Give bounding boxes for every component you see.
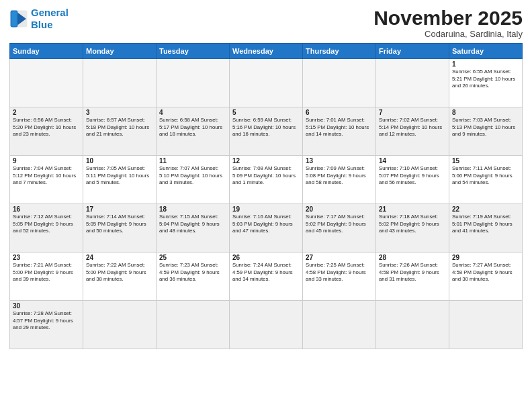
calendar-cell: 14Sunrise: 7:10 AM Sunset: 5:07 PM Dayli… — [376, 156, 449, 204]
day-info: Sunrise: 7:01 AM Sunset: 5:15 PM Dayligh… — [306, 117, 373, 138]
title-block: November 2025 Codaruina, Sardinia, Italy — [373, 7, 523, 39]
day-number: 18 — [159, 205, 226, 213]
calendar-cell — [449, 301, 523, 349]
svg-rect-5 — [11, 11, 17, 26]
calendar-cell: 21Sunrise: 7:18 AM Sunset: 5:02 PM Dayli… — [376, 204, 449, 253]
day-number: 20 — [306, 205, 373, 213]
day-number: 21 — [379, 205, 446, 213]
day-number: 5 — [232, 109, 300, 116]
weekday-header-thursday: Thursday — [303, 44, 376, 59]
calendar-week-3: 9Sunrise: 7:04 AM Sunset: 5:12 PM Daylig… — [10, 156, 523, 204]
day-number: 12 — [232, 157, 300, 165]
calendar-cell: 13Sunrise: 7:09 AM Sunset: 5:08 PM Dayli… — [303, 156, 376, 204]
calendar-cell — [376, 301, 449, 349]
day-info: Sunrise: 7:23 AM Sunset: 4:59 PM Dayligh… — [159, 262, 226, 283]
calendar-cell: 28Sunrise: 7:26 AM Sunset: 4:58 PM Dayli… — [376, 253, 449, 301]
calendar-cell: 16Sunrise: 7:12 AM Sunset: 5:05 PM Dayli… — [10, 204, 83, 253]
calendar-cell — [83, 59, 157, 107]
day-number: 29 — [452, 254, 519, 261]
calendar-cell — [157, 59, 230, 107]
calendar-cell: 23Sunrise: 7:21 AM Sunset: 5:00 PM Dayli… — [10, 253, 83, 301]
day-info: Sunrise: 6:59 AM Sunset: 5:16 PM Dayligh… — [232, 117, 300, 138]
day-info: Sunrise: 7:27 AM Sunset: 4:58 PM Dayligh… — [452, 262, 519, 283]
day-number: 2 — [13, 109, 80, 116]
calendar-cell: 3Sunrise: 6:57 AM Sunset: 5:18 PM Daylig… — [83, 107, 157, 156]
calendar-cell: 12Sunrise: 7:08 AM Sunset: 5:09 PM Dayli… — [230, 156, 303, 204]
day-info: Sunrise: 7:28 AM Sunset: 4:57 PM Dayligh… — [13, 310, 80, 332]
day-number: 14 — [379, 157, 446, 165]
day-number: 13 — [306, 157, 373, 165]
day-info: Sunrise: 7:09 AM Sunset: 5:08 PM Dayligh… — [306, 165, 373, 187]
calendar-cell: 30Sunrise: 7:28 AM Sunset: 4:57 PM Dayli… — [10, 301, 83, 349]
calendar-cell — [10, 59, 83, 107]
header: General Blue November 2025 Codaruina, Sa… — [9, 7, 523, 39]
day-info: Sunrise: 7:12 AM Sunset: 5:05 PM Dayligh… — [13, 214, 80, 235]
day-info: Sunrise: 6:57 AM Sunset: 5:18 PM Dayligh… — [86, 117, 153, 138]
day-info: Sunrise: 7:02 AM Sunset: 5:14 PM Dayligh… — [379, 117, 446, 138]
day-number: 8 — [452, 109, 519, 116]
calendar-cell: 19Sunrise: 7:16 AM Sunset: 5:03 PM Dayli… — [230, 204, 303, 253]
calendar-cell: 7Sunrise: 7:02 AM Sunset: 5:14 PM Daylig… — [376, 107, 449, 156]
calendar-week-5: 23Sunrise: 7:21 AM Sunset: 5:00 PM Dayli… — [10, 253, 523, 301]
calendar-cell: 1Sunrise: 6:55 AM Sunset: 5:21 PM Daylig… — [449, 59, 523, 107]
day-info: Sunrise: 7:17 AM Sunset: 5:02 PM Dayligh… — [306, 214, 373, 235]
calendar-cell: 10Sunrise: 7:05 AM Sunset: 5:11 PM Dayli… — [83, 156, 157, 204]
calendar-cell — [376, 59, 449, 107]
calendar-cell — [230, 301, 303, 349]
day-info: Sunrise: 7:04 AM Sunset: 5:12 PM Dayligh… — [13, 165, 80, 187]
weekday-header-wednesday: Wednesday — [230, 44, 303, 59]
day-info: Sunrise: 7:21 AM Sunset: 5:00 PM Dayligh… — [13, 262, 80, 283]
day-number: 17 — [86, 205, 153, 213]
day-number: 28 — [379, 254, 446, 261]
day-info: Sunrise: 7:03 AM Sunset: 5:13 PM Dayligh… — [452, 117, 519, 138]
calendar-cell: 4Sunrise: 6:58 AM Sunset: 5:17 PM Daylig… — [157, 107, 230, 156]
day-number: 3 — [86, 109, 153, 116]
calendar-cell: 5Sunrise: 6:59 AM Sunset: 5:16 PM Daylig… — [230, 107, 303, 156]
day-number: 19 — [232, 205, 300, 213]
weekday-header-monday: Monday — [83, 44, 157, 59]
calendar-cell: 24Sunrise: 7:22 AM Sunset: 5:00 PM Dayli… — [83, 253, 157, 301]
day-info: Sunrise: 7:14 AM Sunset: 5:05 PM Dayligh… — [86, 214, 153, 235]
calendar-cell: 25Sunrise: 7:23 AM Sunset: 4:59 PM Dayli… — [157, 253, 230, 301]
day-info: Sunrise: 6:58 AM Sunset: 5:17 PM Dayligh… — [159, 117, 226, 138]
weekday-header-friday: Friday — [376, 44, 449, 59]
calendar-cell: 18Sunrise: 7:15 AM Sunset: 5:04 PM Dayli… — [157, 204, 230, 253]
calendar-cell: 8Sunrise: 7:03 AM Sunset: 5:13 PM Daylig… — [449, 107, 523, 156]
calendar-cell — [157, 301, 230, 349]
day-info: Sunrise: 7:15 AM Sunset: 5:04 PM Dayligh… — [159, 214, 226, 235]
day-number: 25 — [159, 254, 226, 261]
day-info: Sunrise: 7:08 AM Sunset: 5:09 PM Dayligh… — [232, 165, 300, 187]
day-info: Sunrise: 7:24 AM Sunset: 4:59 PM Dayligh… — [232, 262, 300, 283]
month-title: November 2025 — [373, 7, 523, 29]
calendar-cell: 11Sunrise: 7:07 AM Sunset: 5:10 PM Dayli… — [157, 156, 230, 204]
calendar-week-6: 30Sunrise: 7:28 AM Sunset: 4:57 PM Dayli… — [10, 301, 523, 349]
calendar-cell: 26Sunrise: 7:24 AM Sunset: 4:59 PM Dayli… — [230, 253, 303, 301]
calendar-cell: 6Sunrise: 7:01 AM Sunset: 5:15 PM Daylig… — [303, 107, 376, 156]
day-info: Sunrise: 7:26 AM Sunset: 4:58 PM Dayligh… — [379, 262, 446, 283]
calendar-cell: 27Sunrise: 7:25 AM Sunset: 4:58 PM Dayli… — [303, 253, 376, 301]
day-number: 26 — [232, 254, 300, 261]
calendar-cell: 20Sunrise: 7:17 AM Sunset: 5:02 PM Dayli… — [303, 204, 376, 253]
day-info: Sunrise: 7:22 AM Sunset: 5:00 PM Dayligh… — [86, 262, 153, 283]
logo-general: General — [31, 7, 69, 18]
subtitle: Codaruina, Sardinia, Italy — [373, 29, 523, 39]
logo: General Blue — [9, 7, 69, 31]
logo-blue: Blue — [31, 19, 53, 30]
weekday-header-tuesday: Tuesday — [157, 44, 230, 59]
calendar-cell — [230, 59, 303, 107]
day-number: 16 — [13, 205, 80, 213]
day-number: 11 — [159, 157, 226, 165]
calendar-cell — [303, 301, 376, 349]
day-info: Sunrise: 7:10 AM Sunset: 5:07 PM Dayligh… — [379, 165, 446, 187]
day-info: Sunrise: 7:07 AM Sunset: 5:10 PM Dayligh… — [159, 165, 226, 187]
page: General Blue November 2025 Codaruina, Sa… — [0, 0, 532, 411]
weekday-header-sunday: Sunday — [10, 44, 83, 59]
day-info: Sunrise: 7:25 AM Sunset: 4:58 PM Dayligh… — [306, 262, 373, 283]
calendar: SundayMondayTuesdayWednesdayThursdayFrid… — [9, 43, 523, 349]
calendar-cell: 2Sunrise: 6:56 AM Sunset: 5:20 PM Daylig… — [10, 107, 83, 156]
calendar-cell — [83, 301, 157, 349]
day-number: 15 — [452, 157, 519, 165]
day-number: 4 — [159, 109, 226, 116]
day-number: 10 — [86, 157, 153, 165]
calendar-cell: 29Sunrise: 7:27 AM Sunset: 4:58 PM Dayli… — [449, 253, 523, 301]
